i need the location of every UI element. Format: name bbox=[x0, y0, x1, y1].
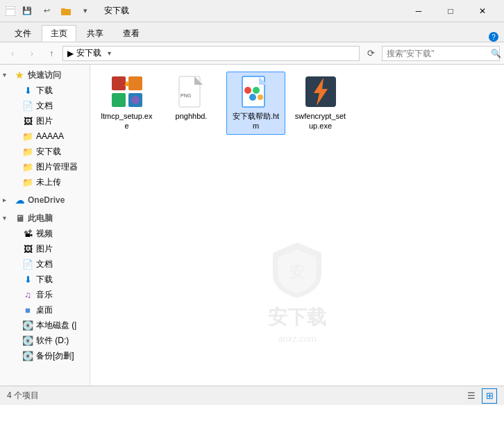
watermark-shield-icon: 安 bbox=[269, 239, 325, 302]
sidebar-item-download[interactable]: ⬇ 下载 bbox=[0, 83, 90, 98]
svg-rect-3 bbox=[61, 9, 71, 15]
file-name-pnghhbd: pnghhbd. bbox=[176, 111, 208, 121]
breadcrumb: ▶ 安下载 bbox=[67, 47, 101, 59]
status-count: 4 个项目 bbox=[7, 390, 39, 402]
sidebar-item-pic2[interactable]: 🖼 图片 bbox=[0, 241, 90, 256]
sidebar-item-desktop[interactable]: ■ 桌面 bbox=[0, 302, 90, 317]
tab-view[interactable]: 查看 bbox=[114, 25, 149, 42]
view-large-icons-button[interactable]: ⊞ bbox=[482, 388, 497, 404]
docs-icon: 📄 bbox=[22, 100, 33, 111]
software-disk-icon: 💽 bbox=[22, 335, 33, 346]
sidebar-item-music[interactable]: ♫ 音乐 bbox=[0, 287, 90, 302]
sidebar-item-doc2[interactable]: 📄 文档 bbox=[0, 256, 90, 272]
download-icon: ⬇ bbox=[22, 85, 33, 96]
sidebar-item-aaaaa[interactable]: 📁 AAAAA bbox=[0, 129, 90, 144]
svg-rect-1 bbox=[6, 8, 15, 10]
folder-aaaaa-icon: 📁 bbox=[22, 131, 33, 142]
view-details-button[interactable]: ☰ bbox=[464, 388, 479, 404]
file-name-swfen: swfencrypt_setup.exe bbox=[294, 111, 346, 131]
qa-dropdown-btn[interactable]: ▾ bbox=[78, 3, 93, 19]
svg-rect-4 bbox=[112, 76, 126, 90]
path-segment-1: ▶ bbox=[67, 49, 74, 58]
svg-point-19 bbox=[258, 94, 263, 100]
pictures-icon: 🖼 bbox=[22, 115, 33, 126]
title-bar-left: 💾 ↩ ▾ 安下载 bbox=[6, 3, 403, 19]
folder-picmanager-icon: 📁 bbox=[22, 161, 33, 172]
file-icon-pnghhbd: PNG bbox=[175, 75, 208, 108]
title-text: 安下载 bbox=[104, 5, 129, 17]
search-box[interactable]: 🔍 bbox=[382, 46, 500, 61]
music-icon: ♫ bbox=[22, 289, 33, 300]
title-bar: 💾 ↩ ▾ 安下载 ─ □ ✕ bbox=[0, 0, 504, 22]
file-item-htm[interactable]: 安下载帮助.htm bbox=[226, 72, 285, 135]
tab-share[interactable]: 共享 bbox=[78, 25, 112, 42]
tab-home[interactable]: 主页 bbox=[42, 25, 76, 42]
file-item-ltmcp[interactable]: ltmcp_setup.exe bbox=[97, 72, 156, 135]
back-button[interactable]: ‹ bbox=[4, 45, 21, 62]
pc-icon: 🖥 bbox=[14, 213, 25, 224]
svg-text:PNG: PNG bbox=[180, 93, 191, 98]
tab-file[interactable]: 文件 bbox=[6, 25, 40, 42]
address-path[interactable]: ▶ 安下载 ▾ bbox=[62, 46, 360, 61]
refresh-button[interactable]: ⟳ bbox=[362, 45, 379, 62]
sidebar-item-anzaixia[interactable]: 📁 安下载 bbox=[0, 144, 90, 159]
onedrive-icon: ☁ bbox=[14, 195, 25, 206]
minimize-button[interactable]: ─ bbox=[403, 0, 435, 22]
expand-arrow-thispc: ▾ bbox=[3, 215, 11, 222]
file-icon-ltmcp bbox=[110, 75, 144, 108]
folder-unuploaded-icon: 📁 bbox=[22, 176, 33, 188]
sidebar-item-dl2[interactable]: ⬇ 下载 bbox=[0, 272, 90, 287]
forward-button[interactable]: › bbox=[24, 45, 40, 62]
sidebar-item-docs[interactable]: 📄 文档 bbox=[0, 98, 90, 113]
file-name-htm: 安下载帮助.htm bbox=[230, 111, 282, 131]
content-area: ltmcp_setup.exe PNG pnghhbd. bbox=[90, 65, 504, 386]
sidebar-item-pictures[interactable]: 🖼 图片 bbox=[0, 113, 90, 129]
view-controls: ☰ ⊞ bbox=[464, 388, 497, 404]
file-item-swfen[interactable]: swfencrypt_setup.exe bbox=[291, 72, 350, 135]
qa-save-btn[interactable]: 💾 bbox=[19, 3, 35, 19]
svg-point-17 bbox=[253, 87, 260, 94]
sidebar-item-backup-disk[interactable]: 💽 备份[勿删] bbox=[0, 348, 90, 363]
sidebar-item-video[interactable]: 📽 视频 bbox=[0, 226, 90, 241]
maximize-button[interactable]: □ bbox=[435, 0, 467, 22]
sidebar-item-unuploaded[interactable]: 📁 未上传 bbox=[0, 174, 90, 190]
qa-undo-btn[interactable]: ↩ bbox=[39, 3, 54, 19]
file-icon-htm bbox=[240, 75, 273, 108]
folder-anzaixia-icon: 📁 bbox=[22, 146, 33, 157]
watermark-url: anxz.com bbox=[278, 333, 317, 344]
help-button[interactable]: ? bbox=[489, 32, 498, 42]
search-input[interactable] bbox=[387, 49, 491, 58]
desktop-icon: ■ bbox=[22, 304, 33, 315]
status-bar: 4 个项目 ☰ ⊞ bbox=[0, 386, 504, 405]
path-dropdown-button[interactable]: ▾ bbox=[101, 46, 117, 61]
file-item-pnghhbd[interactable]: PNG pnghhbd. bbox=[162, 72, 221, 135]
svg-rect-6 bbox=[112, 93, 126, 107]
sidebar-item-onedrive[interactable]: ▸ ☁ OneDrive bbox=[0, 192, 90, 208]
svg-point-16 bbox=[244, 87, 251, 94]
svg-text:安: 安 bbox=[288, 263, 305, 281]
close-button[interactable]: ✕ bbox=[467, 0, 498, 22]
title-bar-controls: ─ □ ✕ bbox=[403, 0, 498, 22]
backup-disk-icon: 💽 bbox=[22, 350, 33, 361]
svg-point-9 bbox=[131, 96, 140, 104]
sidebar: ▾ ★ 快速访问 ⬇ 下载 📄 文档 🖼 图片 📁 AAAAA 📁 安下载 bbox=[0, 65, 90, 386]
watermark: 安 安下载 anxz.com bbox=[268, 239, 326, 344]
svg-rect-0 bbox=[6, 6, 15, 16]
doc2-icon: 📄 bbox=[22, 258, 33, 270]
file-grid: ltmcp_setup.exe PNG pnghhbd. bbox=[90, 65, 504, 386]
sidebar-item-picmanager[interactable]: 📁 图片管理器 bbox=[0, 159, 90, 174]
sidebar-item-thispc[interactable]: ▾ 🖥 此电脑 bbox=[0, 210, 90, 226]
svg-point-18 bbox=[249, 94, 256, 101]
sidebar-item-local-disk[interactable]: 💽 本地磁盘 (| bbox=[0, 317, 90, 333]
sidebar-item-software-disk[interactable]: 💽 软件 (D:) bbox=[0, 333, 90, 348]
main-layout: ▾ ★ 快速访问 ⬇ 下载 📄 文档 🖼 图片 📁 AAAAA 📁 安下载 bbox=[0, 65, 504, 386]
up-button[interactable]: ↑ bbox=[43, 45, 60, 62]
svg-rect-5 bbox=[128, 76, 142, 90]
path-label: 安下载 bbox=[76, 47, 101, 59]
ribbon: 文件 主页 共享 查看 ? bbox=[0, 22, 504, 42]
quick-access-label: 快速访问 bbox=[28, 69, 87, 81]
sidebar-section-quick-access[interactable]: ▾ ★ 快速访问 bbox=[0, 67, 90, 83]
local-disk-icon: 💽 bbox=[22, 320, 33, 331]
search-icon: 🔍 bbox=[491, 49, 501, 58]
qa-folder-btn[interactable] bbox=[58, 3, 74, 19]
